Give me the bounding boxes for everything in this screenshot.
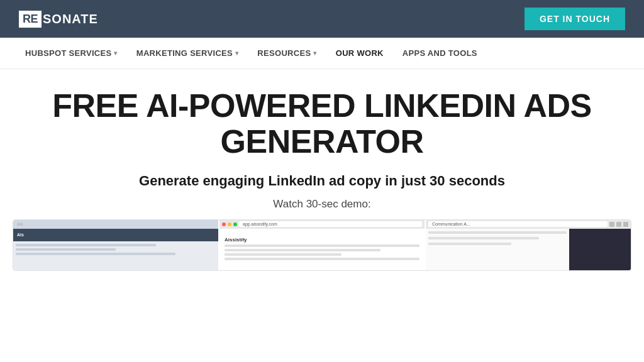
toolbar-icon — [609, 222, 614, 227]
main-content: FREE AI-POWERED LINKEDIN ADS GENERATOR G… — [0, 69, 644, 283]
browser-toolbar-1: Als — [13, 220, 218, 229]
chevron-down-icon: ▾ — [114, 50, 117, 57]
demo-frame-1: Als Als — [13, 220, 218, 270]
logo[interactable]: RE SONATE — [19, 11, 98, 28]
hero-subtitle: Generate engaging LinkedIn ad copy in ju… — [139, 172, 505, 190]
nav-item-resources[interactable]: RESOURCES ▾ — [251, 38, 323, 69]
nav-item-hubspot-services[interactable]: HUBSPOT SERVICES ▾ — [19, 38, 124, 69]
dot-red — [222, 222, 226, 226]
browser-toolbar-2: app.aissistify.com — [219, 220, 425, 229]
chevron-down-icon: ▾ — [313, 50, 316, 57]
browser-toolbar-3: Communication A... — [426, 220, 631, 229]
nav-label-hubspot: HUBSPOT SERVICES — [25, 48, 111, 58]
get-in-touch-button[interactable]: GET IN TOUCH — [525, 8, 625, 30]
dot-green — [233, 222, 237, 226]
dot-yellow — [228, 222, 231, 226]
watch-demo-label: Watch 30-sec demo: — [273, 198, 370, 211]
dark-side-panel — [569, 229, 631, 270]
nav-label-resources: RESOURCES — [257, 48, 311, 58]
main-nav: HUBSPOT SERVICES ▾ MARKETING SERVICES ▾ … — [0, 38, 644, 69]
nav-label-apps-tools: APPS AND TOOLS — [402, 48, 477, 58]
hero-title: FREE AI-POWERED LINKEDIN ADS GENERATOR — [13, 88, 631, 160]
browser-content-1: Als — [13, 229, 218, 270]
demo-frame-2: app.aissistify.com Aissistify — [219, 220, 425, 270]
browser-url-2: app.aissistify.com — [239, 221, 422, 227]
browser-content-3 — [426, 229, 631, 270]
toolbar-icons — [609, 222, 628, 227]
nav-item-marketing-services[interactable]: MARKETING SERVICES ▾ — [130, 38, 245, 69]
site-header: RE SONATE GET IN TOUCH — [0, 0, 644, 38]
browser-content-2: Aissistify — [219, 229, 425, 270]
chevron-down-icon: ▾ — [235, 50, 238, 57]
nav-item-our-work[interactable]: OUR WORK — [330, 38, 390, 69]
logo-box: RE — [19, 11, 42, 28]
nav-label-our-work: OUR WORK — [336, 48, 384, 58]
browser-url-3: Communication A... — [428, 221, 608, 227]
nav-item-apps-tools[interactable]: APPS AND TOOLS — [396, 38, 484, 69]
demo-frame-3: Communication A... — [426, 220, 631, 270]
demo-video-strip: Als Als — [13, 219, 631, 271]
toolbar-icon — [616, 222, 621, 227]
logo-text: SONATE — [43, 12, 98, 26]
toolbar-icon — [623, 222, 628, 227]
nav-label-marketing: MARKETING SERVICES — [136, 48, 233, 58]
